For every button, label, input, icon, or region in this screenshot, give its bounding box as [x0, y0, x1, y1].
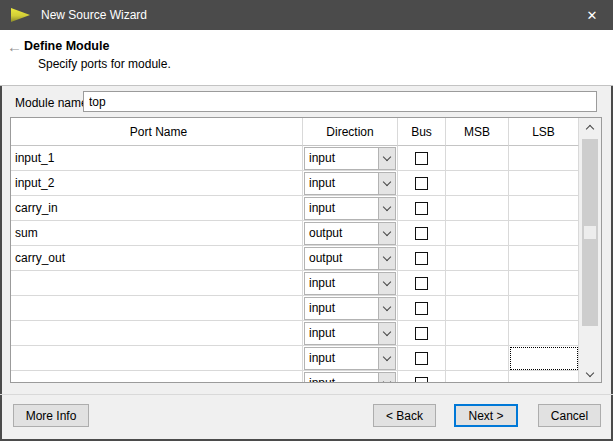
- port-name-cell[interactable]: input_1: [11, 146, 303, 171]
- msb-cell[interactable]: [446, 271, 509, 296]
- ports-table: Port Name Direction Bus MSB LSB input_1 …: [10, 117, 602, 383]
- chevron-down-icon: [383, 202, 391, 210]
- direction-dropdown[interactable]: input: [304, 272, 396, 295]
- table-header-row: Port Name Direction Bus MSB LSB: [11, 118, 601, 146]
- port-name-value: sum: [15, 226, 38, 240]
- direction-dropdown[interactable]: input: [304, 147, 396, 170]
- lsb-cell[interactable]: [509, 171, 579, 196]
- port-name-cell[interactable]: input_2: [11, 171, 303, 196]
- dropdown-arrow-button[interactable]: [378, 248, 395, 269]
- module-name-label: Module name: [15, 96, 88, 110]
- back-button[interactable]: < Back: [373, 404, 436, 427]
- more-info-button[interactable]: More Info: [13, 404, 89, 427]
- close-icon[interactable]: ✕: [579, 4, 605, 26]
- bus-checkbox[interactable]: [415, 377, 428, 383]
- direction-cell: input: [303, 271, 398, 296]
- direction-dropdown[interactable]: input: [304, 322, 396, 345]
- dropdown-arrow-button[interactable]: [378, 323, 395, 344]
- scroll-up-button[interactable]: [579, 118, 601, 135]
- direction-value: input: [305, 326, 378, 340]
- direction-dropdown[interactable]: input: [304, 372, 396, 383]
- chevron-down-icon: [383, 277, 391, 285]
- bus-checkbox[interactable]: [415, 352, 428, 365]
- dropdown-arrow-button[interactable]: [378, 373, 395, 383]
- direction-cell: input: [303, 196, 398, 221]
- direction-dropdown[interactable]: input: [304, 347, 396, 370]
- lsb-cell[interactable]: [509, 296, 579, 321]
- port-name-value: carry_in: [15, 201, 58, 215]
- direction-dropdown[interactable]: output: [304, 222, 396, 245]
- dropdown-arrow-button[interactable]: [378, 298, 395, 319]
- direction-dropdown[interactable]: input: [304, 297, 396, 320]
- port-name-cell[interactable]: [11, 321, 303, 346]
- port-name-cell[interactable]: carry_out: [11, 246, 303, 271]
- port-name-cell[interactable]: [11, 271, 303, 296]
- port-name-cell[interactable]: sum: [11, 221, 303, 246]
- bus-checkbox[interactable]: [415, 252, 428, 265]
- lsb-cell[interactable]: [509, 221, 579, 246]
- direction-dropdown[interactable]: input: [304, 172, 396, 195]
- msb-cell[interactable]: [446, 296, 509, 321]
- vertical-scrollbar[interactable]: [579, 118, 601, 382]
- lsb-cell[interactable]: [509, 321, 579, 346]
- table-body: input_1 input input_2 input: [11, 146, 601, 382]
- msb-cell[interactable]: [446, 171, 509, 196]
- msb-cell[interactable]: [446, 371, 509, 382]
- direction-dropdown[interactable]: output: [304, 247, 396, 270]
- bus-checkbox[interactable]: [415, 327, 428, 340]
- next-button[interactable]: Next >: [454, 404, 518, 427]
- table-row: input: [11, 346, 601, 371]
- scroll-down-button[interactable]: [579, 365, 601, 382]
- bus-checkbox[interactable]: [415, 277, 428, 290]
- direction-value: input: [305, 276, 378, 290]
- lsb-cell[interactable]: [509, 196, 579, 221]
- scrollbar-thumb[interactable]: [582, 139, 598, 326]
- chevron-up-icon: [586, 124, 594, 132]
- bus-checkbox[interactable]: [415, 302, 428, 315]
- direction-value: output: [305, 226, 378, 240]
- bus-checkbox[interactable]: [415, 202, 428, 215]
- bus-checkbox[interactable]: [415, 177, 428, 190]
- lsb-cell[interactable]: [509, 271, 579, 296]
- msb-cell[interactable]: [446, 221, 509, 246]
- dropdown-arrow-button[interactable]: [378, 173, 395, 194]
- table-row: carry_out output: [11, 246, 601, 271]
- dropdown-arrow-button[interactable]: [378, 148, 395, 169]
- chevron-down-icon: [383, 377, 391, 382]
- lsb-cell[interactable]: [509, 346, 579, 371]
- scrollbar-grip: [584, 226, 596, 239]
- direction-value: input: [305, 151, 378, 165]
- direction-value: input: [305, 301, 378, 315]
- table-row: input_1 input: [11, 146, 601, 171]
- table-row: input: [11, 371, 601, 382]
- msb-cell[interactable]: [446, 346, 509, 371]
- direction-dropdown[interactable]: input: [304, 197, 396, 220]
- column-header-bus: Bus: [398, 118, 446, 146]
- msb-cell[interactable]: [446, 321, 509, 346]
- bus-checkbox[interactable]: [415, 152, 428, 165]
- port-name-cell[interactable]: [11, 296, 303, 321]
- bus-cell: [398, 196, 446, 221]
- direction-value: output: [305, 251, 378, 265]
- port-name-cell[interactable]: carry_in: [11, 196, 303, 221]
- msb-cell[interactable]: [446, 246, 509, 271]
- lsb-cell[interactable]: [509, 246, 579, 271]
- direction-cell: input: [303, 296, 398, 321]
- msb-cell[interactable]: [446, 196, 509, 221]
- column-header-msb: MSB: [446, 118, 509, 146]
- port-name-cell[interactable]: [11, 371, 303, 382]
- lsb-cell[interactable]: [509, 146, 579, 171]
- dropdown-arrow-button[interactable]: [378, 223, 395, 244]
- direction-cell: output: [303, 246, 398, 271]
- dropdown-arrow-button[interactable]: [378, 348, 395, 369]
- cancel-button[interactable]: Cancel: [538, 404, 601, 427]
- dropdown-arrow-button[interactable]: [378, 273, 395, 294]
- msb-cell[interactable]: [446, 146, 509, 171]
- back-arrow-icon: ←: [7, 38, 22, 55]
- window-title: New Source Wizard: [41, 8, 147, 22]
- module-name-input[interactable]: [83, 91, 597, 112]
- port-name-cell[interactable]: [11, 346, 303, 371]
- lsb-cell[interactable]: [509, 371, 579, 382]
- bus-checkbox[interactable]: [415, 227, 428, 240]
- dropdown-arrow-button[interactable]: [378, 198, 395, 219]
